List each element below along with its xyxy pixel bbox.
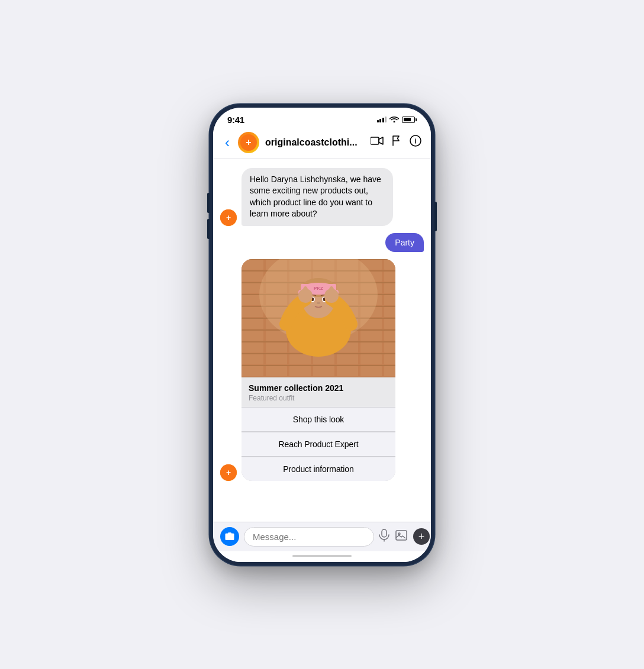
power-button: [434, 202, 437, 231]
wifi-icon: [389, 115, 399, 124]
battery-icon: [402, 117, 417, 123]
volume-down-button: [207, 219, 210, 239]
microphone-icon[interactable]: [379, 529, 389, 545]
product-card: PKZ: [242, 259, 395, 481]
card-actions: Shop this look Reach Product Expert Prod…: [242, 407, 395, 481]
bot-avatar-card: +: [220, 464, 237, 481]
flag-icon[interactable]: [392, 135, 401, 149]
bot-message-text: Hello Daryna Lishchynska, we have some e…: [250, 174, 381, 219]
input-icons: +: [379, 528, 430, 545]
brand-logo-icon: +: [240, 134, 257, 151]
volume-up-button: [207, 193, 210, 213]
svg-text:PKZ: PKZ: [314, 286, 323, 291]
chat-area: + Hello Daryna Lishchynska, we have some…: [213, 159, 431, 522]
card-info: Summer collection 2021 Featured outfit: [242, 377, 395, 407]
svg-text:+: +: [226, 468, 231, 477]
product-image: PKZ: [242, 259, 395, 377]
svg-rect-2: [371, 137, 379, 144]
message-input[interactable]: [244, 527, 374, 547]
outgoing-message: Party: [220, 233, 424, 252]
home-bar: [292, 555, 352, 557]
info-icon[interactable]: [410, 135, 421, 150]
svg-rect-35: [396, 531, 407, 540]
svg-point-28: [317, 302, 320, 304]
card-subtitle: Featured outfit: [249, 394, 388, 402]
camera-button[interactable]: [220, 527, 239, 546]
status-time: 9:41: [227, 115, 244, 125]
phone-device: 9:41: [210, 104, 434, 565]
svg-rect-33: [382, 529, 387, 537]
status-icons: [377, 115, 417, 124]
card-message-container: +: [220, 259, 424, 481]
incoming-message: + Hello Daryna Lishchynska, we have some…: [220, 168, 393, 226]
bot-message-bubble: Hello Daryna Lishchynska, we have some e…: [242, 168, 393, 226]
svg-text:+: +: [226, 213, 231, 222]
nav-bar: ‹ + originalcoastclothi...: [213, 127, 431, 159]
svg-point-36: [398, 533, 400, 535]
image-icon[interactable]: [395, 530, 407, 544]
back-button[interactable]: ‹: [223, 134, 232, 151]
user-message-text: Party: [395, 238, 414, 247]
card-image-svg: PKZ: [242, 259, 395, 377]
avatar[interactable]: +: [238, 132, 259, 153]
video-call-icon[interactable]: [371, 136, 384, 148]
home-indicator: [213, 551, 431, 562]
product-information-button[interactable]: Product information: [242, 457, 395, 481]
nav-title: originalcoastclothi...: [265, 137, 365, 148]
reach-product-expert-button[interactable]: Reach Product Expert: [242, 432, 395, 456]
status-bar: 9:41: [213, 108, 431, 127]
bot-avatar: +: [220, 209, 237, 226]
signal-icon: [377, 117, 387, 122]
user-message-bubble: Party: [385, 233, 424, 252]
card-title: Summer collection 2021: [249, 383, 388, 393]
add-button[interactable]: +: [413, 528, 430, 545]
nav-actions: [371, 135, 421, 150]
shop-this-look-button[interactable]: Shop this look: [242, 408, 395, 431]
svg-text:+: +: [246, 137, 251, 147]
input-bar: +: [213, 522, 431, 551]
plus-icon: +: [418, 531, 425, 542]
svg-point-32: [329, 286, 334, 293]
phone-screen: 9:41: [213, 108, 431, 562]
camera-icon: [224, 531, 235, 542]
svg-point-31: [303, 286, 308, 293]
